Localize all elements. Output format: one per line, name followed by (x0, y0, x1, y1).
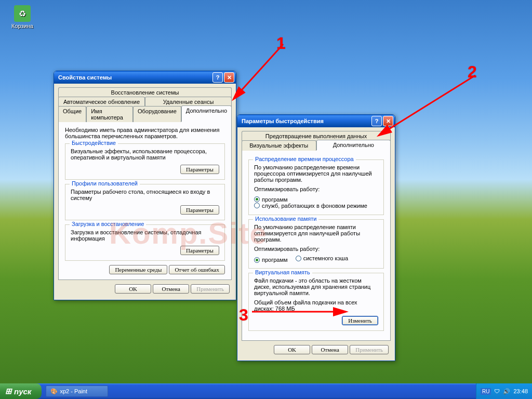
error-report-button[interactable]: Отчет об ошибках (169, 265, 225, 274)
performance-text: Визуальные эффекты, использование процес… (71, 148, 219, 161)
apply-button: Применить (350, 345, 389, 354)
title-system-properties: Свойства системы (58, 74, 211, 81)
vm-total-size: Общий объем файла подкачки на всех диска… (254, 299, 378, 312)
tray-icon[interactable]: 🔊 (503, 388, 510, 395)
tray-icon[interactable]: 🛡 (494, 388, 500, 394)
recycle-bin-label: Корзина (9, 23, 35, 29)
title-performance-options: Параметры быстродействия (242, 118, 370, 124)
titlebar-system-properties[interactable]: Свойства системы ? ✕ (54, 71, 236, 84)
tab-computer-name[interactable]: Имя компьютера (86, 106, 133, 122)
legend-performance: Быстродействие (70, 140, 118, 146)
tab-hardware[interactable]: Оборудование (133, 106, 181, 122)
memory-optimize-label: Оптимизировать работу: (254, 246, 378, 252)
radio-icon (296, 256, 301, 261)
svg-line-1 (234, 44, 283, 99)
radio-icon (254, 257, 260, 263)
ok-button[interactable]: OK (274, 345, 310, 354)
cancel-button[interactable]: Отмена (153, 284, 189, 294)
user-profiles-text: Параметры рабочего стола, относящиеся ко… (71, 189, 219, 201)
vm-text1: Файл подкачки - это область на жестком д… (254, 277, 378, 296)
annotation-1: 1 (276, 34, 286, 53)
startup-recovery-text: Загрузка и восстановление системы, отлад… (71, 229, 219, 242)
tab-general[interactable]: Общие (58, 106, 86, 122)
startup-recovery-settings-button[interactable]: Параметры (180, 246, 219, 255)
group-processor-scheduling: Распределение времени процессора По умол… (248, 159, 384, 215)
radio-background-services[interactable]: служб, работающих в фоновом режиме (254, 203, 367, 209)
env-variables-button[interactable]: Переменные среды (109, 265, 167, 274)
taskbar: ⊞ пуск 🎨 xp2 - Paint RU 🛡 🔊 23:48 (0, 383, 532, 399)
radio-programs[interactable]: программ (254, 196, 288, 203)
processor-text: По умолчанию распределение времени проце… (254, 164, 378, 183)
window-system-properties: Свойства системы ? ✕ Восстановление сист… (54, 71, 236, 300)
tab-visual-effects[interactable]: Визуальные эффекты (242, 140, 316, 151)
group-performance: Быстродействие Визуальные эффекты, испол… (65, 143, 225, 180)
group-startup-recovery: Загрузка и восстановление Загрузка и вос… (65, 224, 225, 261)
group-user-profiles: Профили пользователей Параметры рабочего… (65, 184, 225, 220)
tab-advanced-perf[interactable]: Дополнительно (316, 140, 391, 150)
system-tray[interactable]: RU 🛡 🔊 23:48 (476, 383, 532, 399)
memory-text: По умолчанию распределение памяти оптими… (254, 224, 378, 243)
performance-settings-button[interactable]: Параметры (180, 165, 219, 174)
taskbar-item-paint[interactable]: 🎨 xp2 - Paint (46, 385, 108, 397)
user-profiles-settings-button[interactable]: Параметры (180, 205, 219, 215)
group-memory-usage: Использование памяти По умолчанию распре… (248, 219, 384, 269)
titlebar-performance-options[interactable]: Параметры быстродействия ? ✕ (237, 115, 395, 127)
cancel-button[interactable]: Отмена (312, 345, 348, 354)
paint-icon: 🎨 (50, 388, 58, 395)
processor-optimize-label: Оптимизировать работу: (254, 186, 378, 192)
apply-button: Применить (191, 284, 230, 294)
language-indicator[interactable]: RU (481, 388, 491, 395)
clock[interactable]: 23:48 (513, 388, 528, 394)
legend-processor: Распределение времени процессора (253, 156, 356, 162)
close-button[interactable]: ✕ (383, 116, 393, 126)
ok-button[interactable]: OK (115, 284, 151, 294)
legend-startup-recovery: Загрузка и восстановление (70, 221, 146, 227)
legend-user-profiles: Профили пользователей (70, 180, 140, 187)
change-vm-button[interactable]: Изменить (342, 316, 378, 325)
close-button[interactable]: ✕ (224, 72, 234, 83)
group-virtual-memory: Виртуальная память Файл подкачки - это о… (248, 273, 384, 331)
recycle-bin-icon[interactable]: ♻ Корзина (9, 5, 35, 29)
tab-auto-update[interactable]: Автоматическое обновление (58, 97, 145, 107)
legend-memory: Использование памяти (253, 216, 318, 222)
annotation-2: 2 (468, 62, 477, 82)
start-button[interactable]: ⊞ пуск (0, 383, 42, 399)
radio-mem-programs[interactable]: программ (254, 257, 288, 263)
tab-system-restore[interactable]: Восстановление системы (58, 87, 232, 97)
recycle-icon: ♻ (14, 5, 31, 22)
windows-logo-icon: ⊞ (5, 387, 12, 396)
radio-icon (254, 203, 260, 208)
window-performance-options: Параметры быстродействия ? ✕ Предотвраще… (237, 114, 395, 361)
annotation-3: 3 (239, 305, 248, 325)
intro-text: Необходимо иметь права администратора дл… (65, 127, 225, 139)
help-button[interactable]: ? (371, 116, 382, 126)
legend-virtual-memory: Виртуальная память (253, 269, 312, 275)
radio-icon (254, 196, 260, 202)
radio-system-cache[interactable]: системного кэша (296, 255, 348, 261)
help-button[interactable]: ? (212, 72, 223, 83)
tab-advanced[interactable]: Дополнительно (181, 105, 232, 122)
